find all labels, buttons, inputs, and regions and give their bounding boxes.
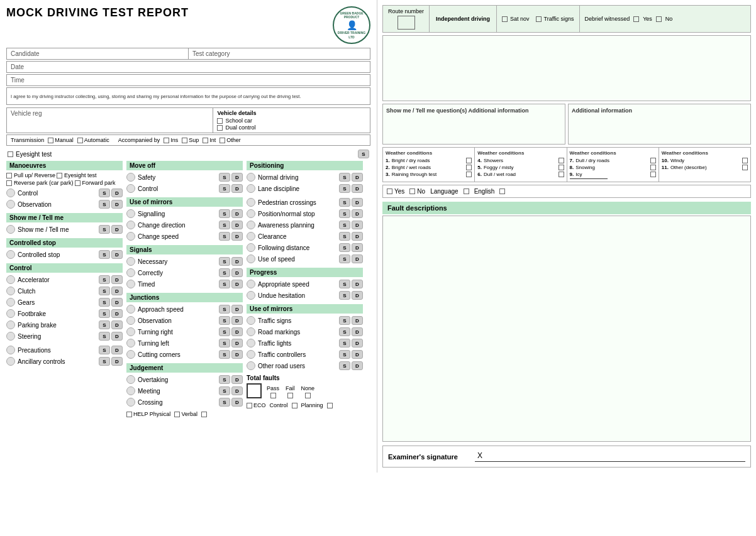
- item-s-btn[interactable]: S: [99, 332, 110, 341]
- school-car-option[interactable]: School car: [217, 118, 366, 124]
- debrief-yes-checkbox[interactable]: [633, 16, 639, 22]
- fault-desc-box[interactable]: [382, 216, 751, 442]
- route-box[interactable]: [397, 16, 415, 30]
- item-d-btn[interactable]: D: [352, 254, 363, 263]
- item-d-btn[interactable]: D: [231, 268, 243, 277]
- eyesight-checkbox[interactable]: [8, 151, 13, 157]
- weather-item-1[interactable]: 1. Bright / dry roads: [386, 158, 472, 163]
- eyesight-row[interactable]: Eyesight test: [8, 151, 52, 158]
- weather-item-6[interactable]: 6. Dull / wet road: [477, 172, 564, 177]
- item-s-btn[interactable]: S: [219, 398, 230, 407]
- weather-item-9[interactable]: 9. Icy: [570, 172, 656, 177]
- item-d-btn[interactable]: D: [231, 375, 243, 384]
- item-s-btn[interactable]: S: [339, 173, 350, 182]
- item-d-btn[interactable]: D: [352, 361, 363, 370]
- item-d-btn[interactable]: D: [231, 209, 243, 218]
- eyesight-test-man-option[interactable]: Eyesight test: [57, 172, 97, 178]
- traffic-signs-top-checkbox[interactable]: [536, 16, 542, 22]
- item-s-btn[interactable]: S: [99, 309, 110, 318]
- man-control-s[interactable]: S: [99, 189, 110, 197]
- item-d-btn[interactable]: D: [231, 350, 243, 359]
- man-obs-d[interactable]: D: [111, 200, 123, 209]
- item-s-btn[interactable]: S: [99, 287, 110, 295]
- item-d-btn[interactable]: D: [352, 350, 363, 359]
- weather-item-2[interactable]: 2. Bright / wet roads: [386, 165, 472, 170]
- additional-info-box[interactable]: Additional information: [568, 104, 751, 145]
- item-s-btn[interactable]: S: [339, 339, 350, 347]
- item-d-btn[interactable]: D: [352, 209, 363, 218]
- w4-checkbox[interactable]: [559, 158, 564, 163]
- item-d-btn[interactable]: D: [352, 291, 363, 300]
- english-checkbox[interactable]: [499, 189, 505, 194]
- item-s-btn[interactable]: S: [219, 184, 230, 193]
- manual-checkbox[interactable]: [48, 138, 53, 143]
- item-s-btn[interactable]: S: [219, 232, 230, 241]
- verbal-extra-checkbox[interactable]: [201, 412, 207, 417]
- item-d-btn[interactable]: D: [352, 232, 363, 241]
- pull-up-reverse-option[interactable]: Pull up/ Reverse: [6, 172, 55, 178]
- none-checkbox[interactable]: [305, 393, 311, 398]
- item-s-btn[interactable]: S: [339, 184, 350, 193]
- int-checkbox[interactable]: [203, 138, 208, 143]
- item-d-btn[interactable]: D: [231, 221, 243, 229]
- pass-option[interactable]: Pass: [267, 385, 279, 398]
- item-s-btn[interactable]: S: [219, 268, 230, 277]
- item-s-btn[interactable]: S: [339, 361, 350, 370]
- item-s-btn[interactable]: S: [219, 350, 230, 359]
- eyesight-man-checkbox[interactable]: [57, 173, 62, 178]
- w8-checkbox[interactable]: [650, 165, 656, 170]
- item-d-btn[interactable]: D: [111, 332, 123, 341]
- item-s-btn[interactable]: S: [219, 316, 230, 325]
- w5-checkbox[interactable]: [559, 165, 564, 170]
- item-s-btn[interactable]: S: [339, 243, 350, 252]
- item-d-btn[interactable]: D: [111, 287, 123, 295]
- item-d-btn[interactable]: D: [231, 386, 243, 395]
- help-physical-option[interactable]: HELP Physical: [126, 411, 170, 417]
- item-d-btn[interactable]: D: [352, 316, 363, 325]
- fail-checkbox[interactable]: [287, 393, 293, 398]
- control-checkbox[interactable]: [292, 403, 297, 408]
- eco-option[interactable]: ECO: [247, 402, 266, 408]
- fail-option[interactable]: Fail: [286, 385, 295, 398]
- man-control-d[interactable]: D: [111, 189, 123, 197]
- eco-checkbox[interactable]: [247, 403, 252, 408]
- forward-park-checkbox[interactable]: [75, 180, 81, 186]
- sat-nov-checkbox[interactable]: [502, 16, 508, 22]
- item-s-btn[interactable]: S: [99, 346, 110, 354]
- w1-checkbox[interactable]: [466, 158, 472, 163]
- item-d-btn[interactable]: D: [352, 243, 363, 252]
- item-s-btn[interactable]: S: [219, 257, 230, 266]
- planning-checkbox[interactable]: [327, 403, 333, 408]
- dual-control-checkbox[interactable]: [217, 125, 223, 131]
- item-d-btn[interactable]: D: [231, 280, 243, 288]
- weather-item-11[interactable]: 11. Other (describe): [662, 165, 748, 170]
- lang-no-checkbox[interactable]: [409, 189, 415, 194]
- int-option[interactable]: Int: [203, 137, 216, 143]
- item-s-btn[interactable]: S: [219, 221, 230, 229]
- weather-item-7[interactable]: 7. Dull / dry roads: [570, 158, 656, 163]
- none-option[interactable]: None: [301, 385, 315, 398]
- verbal-option[interactable]: Verbal: [174, 411, 197, 417]
- item-d-btn[interactable]: D: [352, 280, 363, 288]
- sup-checkbox[interactable]: [182, 138, 187, 143]
- item-s-btn[interactable]: S: [339, 254, 350, 263]
- weather-item-4[interactable]: 4. Showers: [477, 158, 564, 163]
- item-s-btn[interactable]: S: [219, 280, 230, 288]
- manual-option[interactable]: Manual: [48, 137, 74, 143]
- item-d-btn[interactable]: D: [231, 327, 243, 336]
- item-d-btn[interactable]: D: [111, 320, 123, 329]
- other-checkbox[interactable]: [220, 138, 225, 143]
- show-tell-s[interactable]: S: [99, 225, 110, 234]
- large-notes-box[interactable]: [382, 35, 751, 101]
- item-s-btn[interactable]: S: [99, 298, 110, 307]
- w7-checkbox[interactable]: [650, 158, 656, 163]
- automatic-option[interactable]: Automatic: [77, 137, 109, 143]
- reverse-park-option[interactable]: Reverse park (car park): [6, 180, 74, 186]
- item-d-btn[interactable]: D: [352, 339, 363, 347]
- item-d-btn[interactable]: D: [111, 275, 123, 284]
- lang-no-option[interactable]: No: [409, 188, 425, 195]
- item-s-btn[interactable]: S: [339, 221, 350, 229]
- item-s-btn[interactable]: S: [339, 232, 350, 241]
- weather-item-8[interactable]: 8. Snowing: [570, 165, 656, 170]
- item-s-btn[interactable]: S: [99, 357, 110, 366]
